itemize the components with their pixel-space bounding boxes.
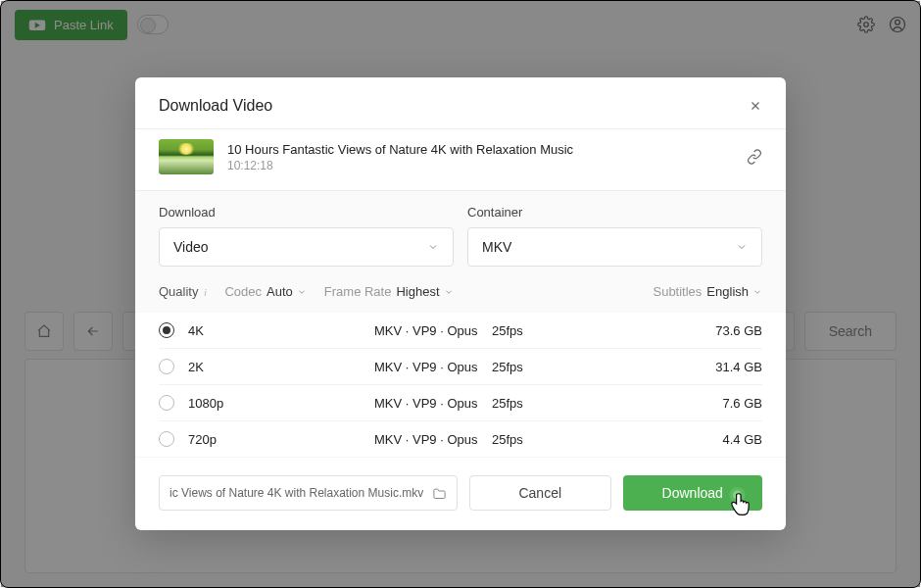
download-button-label: Download bbox=[662, 485, 723, 501]
codec-value: MKV · VP9 · Opus bbox=[374, 432, 492, 447]
cursor-hand-icon bbox=[727, 487, 756, 522]
chevron-down-icon bbox=[736, 241, 748, 253]
quality-list: 4K MKV · VP9 · Opus 25fps 73.6 GB 2K MKV… bbox=[135, 313, 786, 457]
subtitles-filter-label: Subtitles bbox=[653, 284, 702, 299]
quality-value: 2K bbox=[188, 360, 374, 374]
copy-link-icon[interactable] bbox=[747, 149, 762, 165]
codec-value: MKV · VP9 · Opus bbox=[374, 360, 492, 374]
chevron-down-icon bbox=[444, 287, 454, 297]
download-modal: Download Video 10 Hours Fantastic Views … bbox=[135, 77, 786, 530]
fps-value: 25fps bbox=[492, 323, 600, 338]
size-value: 4.4 GB bbox=[600, 432, 762, 447]
close-icon[interactable] bbox=[749, 99, 762, 113]
filename-field[interactable]: ic Views of Nature 4K with Relaxation Mu… bbox=[159, 475, 458, 511]
modal-overlay: Download Video 10 Hours Fantastic Views … bbox=[1, 1, 920, 587]
svg-point-5 bbox=[729, 487, 745, 503]
quality-value: 4K bbox=[188, 323, 374, 338]
quality-row[interactable]: 2K MKV · VP9 · Opus 25fps 31.4 GB bbox=[159, 349, 762, 385]
download-type-select[interactable]: Video bbox=[159, 227, 454, 267]
subtitles-filter-select[interactable]: English bbox=[706, 284, 762, 299]
codec-value: MKV · VP9 · Opus bbox=[374, 323, 492, 338]
download-button[interactable]: Download bbox=[623, 475, 763, 511]
cancel-button[interactable]: Cancel bbox=[469, 475, 611, 511]
filter-row: Quality i Codec Auto Frame Rate Highest bbox=[135, 284, 786, 313]
info-icon[interactable]: i bbox=[203, 287, 207, 297]
fps-value: 25fps bbox=[492, 432, 600, 447]
quality-row[interactable]: 1080p MKV · VP9 · Opus 25fps 7.6 GB bbox=[159, 385, 762, 421]
app-window: Paste Link Search Download Video bbox=[0, 0, 921, 588]
radio-button[interactable] bbox=[159, 322, 174, 338]
radio-button[interactable] bbox=[159, 431, 174, 447]
folder-icon[interactable] bbox=[432, 487, 447, 500]
framerate-filter-label: Frame Rate bbox=[324, 284, 392, 299]
size-value: 7.6 GB bbox=[600, 396, 762, 411]
codec-filter-select[interactable]: Auto bbox=[267, 284, 307, 299]
quality-header-label: Quality bbox=[159, 284, 198, 299]
chevron-down-icon bbox=[752, 287, 762, 297]
container-value: MKV bbox=[482, 239, 511, 255]
radio-button[interactable] bbox=[159, 395, 174, 411]
quality-value: 720p bbox=[188, 432, 374, 447]
size-value: 73.6 GB bbox=[600, 323, 762, 338]
size-value: 31.4 GB bbox=[600, 360, 762, 374]
container-label: Container bbox=[467, 205, 762, 220]
video-info-row: 10 Hours Fantastic Views of Nature 4K wi… bbox=[135, 129, 786, 191]
chevron-down-icon bbox=[297, 287, 307, 297]
modal-title: Download Video bbox=[159, 97, 272, 115]
svg-point-6 bbox=[733, 491, 742, 500]
video-duration: 10:12:18 bbox=[227, 159, 733, 172]
modal-header: Download Video bbox=[135, 77, 786, 129]
chevron-down-icon bbox=[427, 241, 439, 253]
quality-row[interactable]: 720p MKV · VP9 · Opus 25fps 4.4 GB bbox=[159, 421, 762, 457]
video-title: 10 Hours Fantastic Views of Nature 4K wi… bbox=[227, 142, 733, 157]
codec-filter-label: Codec bbox=[224, 284, 262, 299]
fps-value: 25fps bbox=[492, 360, 600, 374]
quality-row[interactable]: 4K MKV · VP9 · Opus 25fps 73.6 GB bbox=[159, 313, 762, 349]
container-select[interactable]: MKV bbox=[467, 227, 762, 267]
radio-button[interactable] bbox=[159, 359, 174, 374]
download-type-value: Video bbox=[173, 239, 209, 255]
filename-text: ic Views of Nature 4K with Relaxation Mu… bbox=[170, 486, 423, 500]
fps-value: 25fps bbox=[492, 396, 600, 411]
format-selectors: Download Video Container MKV bbox=[135, 191, 786, 284]
framerate-filter-select[interactable]: Highest bbox=[396, 284, 453, 299]
codec-value: MKV · VP9 · Opus bbox=[374, 396, 492, 411]
quality-value: 1080p bbox=[188, 396, 374, 411]
modal-footer: ic Views of Nature 4K with Relaxation Mu… bbox=[135, 457, 786, 530]
video-thumbnail bbox=[159, 139, 214, 174]
download-type-label: Download bbox=[159, 205, 454, 220]
